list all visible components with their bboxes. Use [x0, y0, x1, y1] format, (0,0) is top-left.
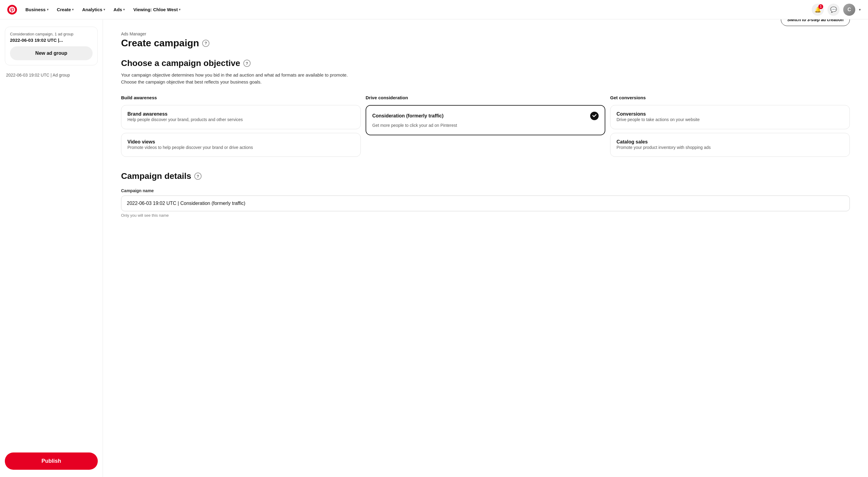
- navbar: Business ▾ Create ▾ Analytics ▾ Ads ▾ Vi…: [0, 0, 868, 20]
- campaign-label: Consideration campaign, 1 ad group: [10, 32, 93, 36]
- column-get-conversions: Get conversions Conversions Drive people…: [610, 95, 850, 157]
- column-header-get-conversions: Get conversions: [610, 95, 850, 100]
- card-conversions[interactable]: Conversions Drive people to take actions…: [610, 105, 850, 129]
- page-title: Create campaign: [121, 37, 199, 49]
- objective-title: Choose a campaign objective ?: [121, 58, 850, 68]
- card-catalog-sales[interactable]: Catalog sales Promote your product inven…: [610, 133, 850, 157]
- chevron-down-icon: ▾: [47, 8, 49, 11]
- objective-help-icon[interactable]: ?: [243, 60, 251, 67]
- card-brand-awareness[interactable]: Brand awareness Help people discover you…: [121, 105, 361, 129]
- nav-items: Business ▾ Create ▾ Analytics ▾ Ads ▾ Vi…: [22, 4, 184, 14]
- objective-description: Your campaign objective determines how y…: [121, 72, 357, 85]
- main-content: Switch to 3-step ad creation Ads Manager…: [103, 20, 868, 477]
- card-consideration[interactable]: Consideration (formerly traffic) Get mor…: [366, 105, 605, 135]
- page-title-container: Create campaign ?: [121, 37, 850, 49]
- avatar[interactable]: C: [843, 4, 855, 16]
- selected-check-icon: [590, 112, 599, 120]
- campaign-card: Consideration campaign, 1 ad group 2022-…: [5, 27, 98, 65]
- publish-area: Publish: [5, 452, 98, 470]
- campaign-name-hint: Only you will see this name: [121, 213, 850, 218]
- messages-button[interactable]: 💬: [828, 4, 840, 16]
- nav-right: 🔔 1 💬 C ▾: [812, 4, 861, 16]
- card-video-views[interactable]: Video views Promote videos to help peopl…: [121, 133, 361, 157]
- chevron-down-icon: ▾: [103, 8, 105, 11]
- column-header-build-awareness: Build awareness: [121, 95, 361, 100]
- ad-group-item[interactable]: 2022-06-03 19:02 UTC | Ad group: [5, 70, 98, 80]
- column-header-drive-consideration: Drive consideration: [366, 95, 605, 100]
- nav-item-analytics[interactable]: Analytics ▾: [79, 4, 108, 14]
- sidebar: Consideration campaign, 1 ad group 2022-…: [0, 20, 103, 477]
- campaign-details-title: Campaign details ?: [121, 171, 850, 181]
- campaign-name-label: Campaign name: [121, 188, 850, 193]
- switch-creation-button[interactable]: Switch to 3-step ad creation: [781, 20, 850, 26]
- page-layout: Consideration campaign, 1 ad group 2022-…: [0, 20, 868, 477]
- new-ad-group-button[interactable]: New ad group: [10, 46, 93, 60]
- breadcrumb: Ads Manager: [121, 31, 850, 36]
- page-title-help-icon[interactable]: ?: [202, 40, 210, 47]
- nav-item-business[interactable]: Business ▾: [22, 4, 52, 14]
- column-drive-consideration: Drive consideration Consideration (forme…: [366, 95, 605, 157]
- chevron-down-icon: ▾: [72, 8, 73, 11]
- nav-left: Business ▾ Create ▾ Analytics ▾ Ads ▾ Vi…: [7, 4, 184, 14]
- campaign-date: 2022-06-03 19:02 UTC |...: [10, 37, 93, 43]
- publish-button[interactable]: Publish: [5, 452, 98, 470]
- notification-badge: 1: [818, 4, 823, 9]
- column-build-awareness: Build awareness Brand awareness Help peo…: [121, 95, 361, 157]
- campaign-details-section: Campaign details ? Campaign name Only yo…: [121, 171, 850, 218]
- pinterest-logo[interactable]: [7, 5, 17, 14]
- nav-item-viewing[interactable]: Viewing: Chloe West ▾: [129, 4, 184, 14]
- notifications-button[interactable]: 🔔 1: [812, 4, 824, 16]
- objective-section: Choose a campaign objective ? Your campa…: [121, 58, 850, 157]
- objectives-grid: Build awareness Brand awareness Help peo…: [121, 95, 850, 157]
- nav-item-create[interactable]: Create ▾: [53, 4, 78, 14]
- chevron-down-icon: ▾: [179, 8, 180, 11]
- campaign-name-input[interactable]: [121, 195, 850, 211]
- nav-item-ads[interactable]: Ads ▾: [110, 4, 128, 14]
- pinterest-icon: [9, 7, 15, 13]
- campaign-details-help-icon[interactable]: ?: [194, 172, 202, 180]
- chevron-down-icon: ▾: [123, 8, 125, 11]
- account-chevron-icon: ▾: [859, 7, 861, 12]
